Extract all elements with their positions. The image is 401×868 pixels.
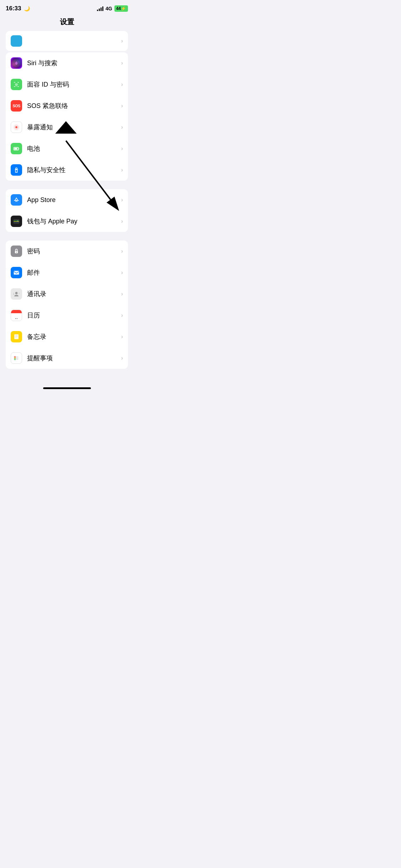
passwords-chevron: › <box>121 248 123 254</box>
exposure-chevron: › <box>121 124 123 130</box>
mail-icon <box>11 267 22 278</box>
status-bar: 16:33 🌙 4G 44 ⚡ <box>0 0 134 14</box>
svg-rect-13 <box>19 148 19 149</box>
sos-label: SOS 紧急联络 <box>27 102 121 110</box>
notes-label: 备忘录 <box>27 332 121 341</box>
list-item-contacts[interactable]: 通讯录 › <box>6 283 128 305</box>
svg-rect-30 <box>19 293 20 294</box>
list-item-reminders[interactable]: 提醒事项 › <box>6 347 128 369</box>
notes-icon <box>11 331 22 342</box>
reminders-chevron: › <box>121 355 123 361</box>
svg-rect-29 <box>14 294 14 295</box>
sos-text: SOS <box>12 104 20 108</box>
faceid-label: 面容 ID 与密码 <box>27 80 121 89</box>
siri-icon <box>11 57 22 69</box>
svg-point-37 <box>14 359 15 360</box>
section-partial-top: › <box>6 31 128 51</box>
battery-level: 44 <box>116 6 121 11</box>
signal-bar-3 <box>101 7 102 11</box>
calendar-label: 日历 <box>27 311 121 320</box>
chevron-icon: › <box>121 38 123 44</box>
list-item-partial[interactable]: › <box>6 31 128 51</box>
passwords-icon <box>11 246 22 257</box>
contacts-icon <box>11 288 22 300</box>
partial-icon <box>11 35 22 47</box>
nav-bar: 设置 <box>0 14 134 31</box>
status-icons: 4G 44 ⚡ <box>97 5 128 12</box>
calendar-chevron: › <box>121 312 123 319</box>
contacts-chevron: › <box>121 291 123 297</box>
wallet-label: 钱包与 Apple Pay <box>27 217 121 226</box>
mail-chevron: › <box>121 269 123 276</box>
svg-rect-3 <box>14 86 15 87</box>
wallet-icon <box>11 216 22 227</box>
list-item-appstore[interactable]: App Store › <box>6 189 128 211</box>
svg-point-11 <box>16 126 17 128</box>
home-indicator <box>43 387 91 389</box>
appstore-label: App Store <box>27 196 121 204</box>
reminders-label: 提醒事项 <box>27 354 121 362</box>
list-item-battery[interactable]: 电池 › <box>6 138 128 159</box>
battery-label: 电池 <box>27 144 121 153</box>
exposure-label: 暴露通知 <box>27 123 121 131</box>
svg-rect-22 <box>14 222 19 223</box>
privacy-chevron: › <box>121 167 123 173</box>
privacy-icon <box>11 164 22 176</box>
svg-rect-20 <box>14 221 19 222</box>
list-item-siri[interactable]: Siri 与搜索 › <box>6 52 128 74</box>
reminders-icon <box>11 352 22 364</box>
moon-icon: 🌙 <box>24 6 30 11</box>
notes-chevron: › <box>121 334 123 340</box>
svg-rect-26 <box>14 271 19 275</box>
battery-icon <box>11 143 22 154</box>
appstore-chevron: › <box>121 197 123 203</box>
list-item-calendar[interactable]: .. 日历 › <box>6 305 128 326</box>
svg-rect-2 <box>17 82 19 83</box>
svg-rect-31 <box>14 334 19 339</box>
list-item-wallet[interactable]: 钱包与 Apple Pay › <box>6 211 128 232</box>
svg-point-25 <box>16 252 17 253</box>
svg-rect-23 <box>17 221 18 221</box>
privacy-label: 隐私与安全性 <box>27 166 121 174</box>
siri-chevron: › <box>121 60 123 66</box>
list-item-exposure[interactable]: 暴露通知 › <box>6 117 128 138</box>
signal-bar-2 <box>99 9 100 11</box>
passwords-label: 密码 <box>27 247 121 255</box>
calendar-icon: .. <box>11 310 22 321</box>
svg-point-27 <box>15 292 18 294</box>
home-indicator-area <box>0 377 134 396</box>
list-item-sos[interactable]: SOS SOS 紧急联络 › <box>6 95 128 117</box>
list-item-mail[interactable]: 邮件 › <box>6 262 128 283</box>
section-system: Siri 与搜索 › 面容 ID 与密码 › SOS SOS 紧急联络 › <box>6 52 128 181</box>
svg-rect-4 <box>17 86 19 87</box>
svg-point-5 <box>15 84 16 85</box>
svg-rect-21 <box>14 221 19 222</box>
list-item-notes[interactable]: 备忘录 › <box>6 326 128 347</box>
svg-rect-28 <box>14 293 14 294</box>
faceid-chevron: › <box>121 81 123 88</box>
wallet-chevron: › <box>121 218 123 224</box>
svg-rect-1 <box>14 82 15 83</box>
section-apps: 密码 › 邮件 › 通讯录 › <box>6 241 128 369</box>
siri-label: Siri 与搜索 <box>27 59 121 67</box>
page-title: 设置 <box>60 18 74 26</box>
list-item-faceid[interactable]: 面容 ID 与密码 › <box>6 74 128 95</box>
signal-bar-4 <box>102 6 103 11</box>
sos-icon: SOS <box>11 100 22 112</box>
list-item-passwords[interactable]: 密码 › <box>6 241 128 262</box>
list-item-privacy[interactable]: 隐私与安全性 › <box>6 159 128 181</box>
contacts-label: 通讯录 <box>27 290 121 298</box>
appstore-icon <box>11 194 22 206</box>
signal-bars <box>97 6 103 11</box>
mail-label: 邮件 <box>27 268 121 277</box>
network-label: 4G <box>106 6 112 11</box>
sos-chevron: › <box>121 103 123 109</box>
exposure-icon <box>11 122 22 133</box>
svg-point-0 <box>16 62 17 65</box>
battery-indicator: 44 ⚡ <box>114 5 128 12</box>
status-time: 16:33 <box>6 5 21 12</box>
battery-chevron: › <box>121 145 123 152</box>
svg-point-6 <box>17 84 18 85</box>
signal-bar-1 <box>97 10 98 11</box>
battery-charging-icon: ⚡ <box>121 6 126 11</box>
